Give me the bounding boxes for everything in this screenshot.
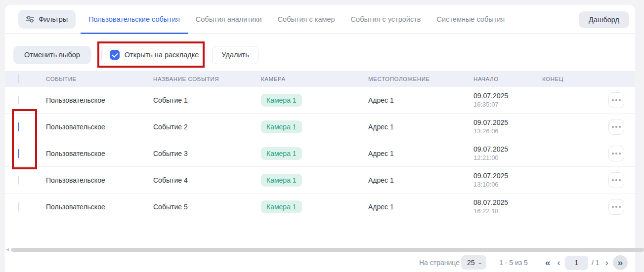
start-date: 09.07.2025 [473, 118, 542, 126]
row-more-button[interactable] [608, 172, 624, 188]
pagination-controls: « ‹ 1 / 1 › » [543, 255, 628, 270]
filters-sliders-icon [26, 16, 34, 23]
action-bar: Отменить выбор Открыть на раскладке Удал… [5, 45, 635, 64]
row-checkbox[interactable] [18, 122, 19, 131]
row-more-button[interactable] [608, 199, 624, 215]
last-page-icon: » [618, 256, 623, 270]
cell-location: Адрес 1 [368, 176, 473, 184]
cell-start: 09.07.2025 13:10:06 [473, 172, 542, 188]
ellipsis-icon [612, 126, 621, 128]
column-header-camera: КАМЕРА [261, 76, 368, 82]
cell-start: 08.07.2025 16:22:18 [473, 198, 542, 215]
open-on-layout-checkbox[interactable] [110, 50, 120, 60]
cell-start: 09.07.2025 12:21:00 [473, 145, 542, 161]
select-all-checkbox[interactable] [18, 74, 19, 83]
column-header-end: КОНЕЦ [542, 76, 588, 82]
open-on-layout-label: Открыть на раскладке [125, 51, 199, 59]
row-checkbox[interactable] [18, 202, 19, 211]
cell-location: Адрес 1 [368, 123, 473, 131]
cell-event-name: Событие 4 [153, 176, 261, 184]
cell-location: Адрес 1 [368, 203, 473, 211]
tab-device-events[interactable]: События с устройств [343, 5, 429, 34]
cell-event-name: Событие 1 [153, 96, 261, 104]
camera-badge[interactable]: Камера 1 [261, 120, 302, 133]
column-header-name: НАЗВАНИЕ СОБЫТИЯ [153, 76, 261, 82]
last-page-button[interactable]: » [613, 255, 628, 270]
cell-event-type: Пользовательское [46, 176, 153, 184]
row-checkbox[interactable] [18, 149, 19, 158]
start-date: 09.07.2025 [473, 145, 542, 153]
filters-button[interactable]: Фильтры [18, 10, 76, 29]
cell-event-name: Событие 3 [153, 150, 261, 157]
table-row: Пользовательское Событие 1 Камера 1 Адре… [5, 87, 635, 114]
table-row: Пользовательское Событие 5 Камера 1 Адре… [5, 194, 635, 220]
camera-badge[interactable]: Камера 1 [261, 174, 302, 187]
row-more-button[interactable] [608, 146, 624, 161]
per-page-label: На странице [419, 259, 460, 267]
camera-badge[interactable]: Камера 1 [261, 200, 302, 213]
cell-start: 09.07.2025 16:35:07 [473, 92, 542, 108]
delete-button[interactable]: Удалить [212, 46, 258, 64]
total-pages-label: / 1 [590, 259, 601, 267]
filters-button-label: Фильтры [39, 15, 68, 23]
cell-event-type: Пользовательское [46, 150, 153, 157]
table-row: Пользовательское Событие 4 Камера 1 Адре… [5, 167, 635, 194]
table-body: Пользовательское Событие 1 Камера 1 Адре… [5, 87, 635, 220]
tab-analytics-events[interactable]: События аналитики [188, 5, 270, 34]
current-page-input[interactable]: 1 [565, 256, 588, 270]
per-page-value: 25 [467, 259, 475, 267]
start-time: 16:22:18 [473, 207, 542, 215]
table-header: СОБЫТИЕ НАЗВАНИЕ СОБЫТИЯ КАМЕРА МЕСТОПОЛ… [5, 71, 635, 87]
start-date: 09.07.2025 [473, 92, 542, 100]
horizontal-scrollbar[interactable] [11, 248, 644, 252]
tab-user-events[interactable]: Пользовательские события [81, 5, 188, 34]
cancel-selection-button[interactable]: Отменить выбор [13, 46, 91, 64]
per-page-select[interactable]: 25 ⌄ [461, 255, 486, 270]
start-time: 13:10:06 [473, 181, 542, 188]
tabs: Пользовательские события События аналити… [81, 5, 513, 34]
camera-badge[interactable]: Камера 1 [261, 94, 302, 107]
row-more-button[interactable] [608, 92, 624, 108]
start-date: 09.07.2025 [473, 172, 542, 180]
column-header-event: СОБЫТИЕ [46, 76, 153, 82]
cell-event-type: Пользовательское [46, 123, 153, 131]
row-checkbox[interactable] [18, 96, 19, 105]
dashboard-button[interactable]: Дашборд [579, 11, 629, 28]
cell-event-type: Пользовательское [46, 96, 153, 104]
ellipsis-icon [612, 206, 621, 208]
range-label: 1 - 5 из 5 [499, 259, 528, 267]
next-page-button[interactable]: › [602, 256, 610, 270]
chevron-down-icon: ⌄ [477, 260, 483, 265]
start-time: 12:21:00 [473, 154, 542, 161]
open-on-layout-button[interactable]: Открыть на раскладке [101, 46, 208, 64]
row-more-button[interactable] [608, 119, 624, 135]
row-checkbox[interactable] [18, 176, 19, 185]
start-time: 13:26:06 [473, 127, 542, 135]
cell-event-name: Событие 5 [153, 203, 261, 211]
tab-bar: Фильтры Пользовательские события События… [5, 5, 635, 34]
prev-page-button[interactable]: ‹ [555, 256, 563, 270]
ellipsis-icon [612, 153, 621, 155]
table-row: Пользовательское Событие 2 Камера 1 Адре… [5, 114, 635, 140]
pagination-bar: На странице 25 ⌄ 1 - 5 из 5 « ‹ 1 / 1 › … [0, 255, 644, 270]
start-date: 08.07.2025 [473, 198, 542, 206]
cell-start: 09.07.2025 13:26:06 [473, 118, 542, 135]
ellipsis-icon [612, 179, 621, 181]
cell-event-type: Пользовательское [46, 203, 153, 211]
first-page-button[interactable]: « [543, 256, 553, 270]
cell-event-name: Событие 2 [153, 123, 261, 131]
scrollbar-left-arrow-icon[interactable]: ◀ [6, 248, 9, 252]
cell-location: Адрес 1 [368, 150, 473, 157]
ellipsis-icon [612, 99, 621, 101]
column-header-start: НАЧАЛО [473, 76, 542, 82]
camera-badge[interactable]: Камера 1 [261, 147, 302, 160]
tab-system-events[interactable]: Системные события [429, 5, 513, 34]
cell-location: Адрес 1 [368, 96, 473, 104]
tab-camera-events[interactable]: События с камер [270, 5, 343, 34]
table-row: Пользовательское Событие 3 Камера 1 Адре… [5, 140, 635, 167]
events-panel: Фильтры Пользовательские события События… [5, 5, 635, 272]
column-header-location: МЕСТОПОЛОЖЕНИЕ [368, 76, 473, 82]
start-time: 16:35:07 [473, 101, 542, 108]
